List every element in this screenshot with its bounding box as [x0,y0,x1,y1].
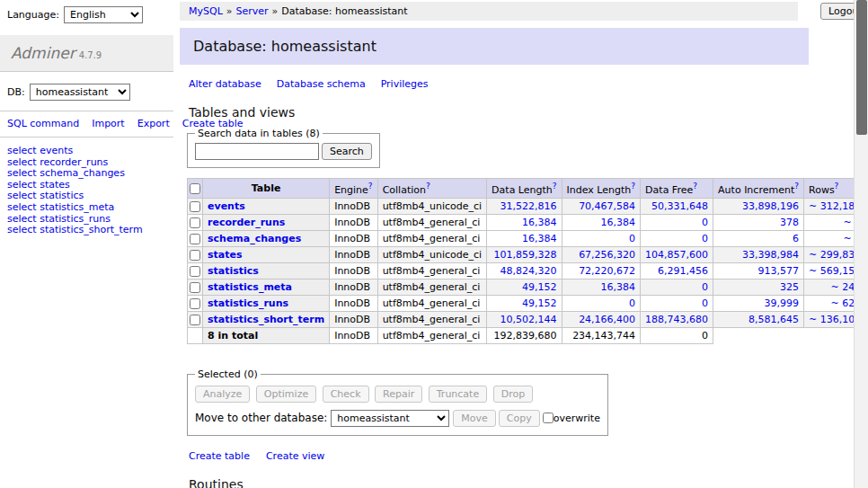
data-free-link[interactable]: 104,857,600 [645,249,708,261]
data-free-link[interactable]: 0 [702,281,708,293]
import-link[interactable]: Import [92,118,125,129]
help-link-icon[interactable]: ? [794,182,799,191]
data-free-link[interactable]: 188,743,680 [645,314,708,325]
row-checkbox[interactable] [190,315,200,325]
cell-data-free: 0 [641,214,713,230]
index-length-link[interactable]: 72,220,672 [579,265,635,277]
create-view-link[interactable]: Create view [266,450,324,462]
data-free-link[interactable]: 0 [702,297,708,309]
data-length-link[interactable]: 48,824,320 [500,265,557,277]
create-table-link-main[interactable]: Create table [189,450,250,462]
sidebar-table-link-events[interactable]: select events [7,146,166,157]
alter-database-link[interactable]: Alter database [189,78,261,90]
auto-increment-link[interactable]: 39,999 [765,297,800,309]
cell-collation: utf8mb4_unicode_ci [377,198,486,214]
data-length-link[interactable]: 10,502,144 [500,314,557,325]
help-link-icon[interactable]: ? [426,182,430,191]
auto-increment-link[interactable]: 6 [793,233,799,244]
data-free-link[interactable]: 50,331,648 [651,200,708,212]
data-length-link[interactable]: 31,522,816 [500,200,557,212]
database-schema-link[interactable]: Database schema [277,78,366,90]
row-checkbox[interactable] [190,282,200,293]
data-free-link[interactable]: 0 [702,233,708,244]
sidebar-table-link-statistics-meta[interactable]: select statistics_meta [7,202,166,214]
analyze-button[interactable]: Analyze [195,386,250,403]
row-checkbox[interactable] [190,234,200,244]
table-name-link[interactable]: statistics_meta [208,281,292,293]
breadcrumb-server-link[interactable]: Server [236,5,269,17]
select-all-checkbox[interactable] [190,183,200,194]
table-name-link[interactable]: recorder_runs [208,217,285,228]
sidebar-menu: SQL commandImportExportCreate table [0,111,173,138]
help-link-icon[interactable]: ? [835,182,839,191]
overwrite-checkbox[interactable] [543,413,554,423]
row-checkbox[interactable] [190,250,200,261]
help-link-icon[interactable]: ? [631,182,635,191]
scrollbar-thumb[interactable] [856,0,867,135]
auto-increment-link[interactable]: 8,581,645 [748,314,799,325]
optimize-button[interactable]: Optimize [256,386,316,403]
vertical-scrollbar[interactable] [854,0,868,488]
check-button[interactable]: Check [323,386,369,403]
sidebar-table-link-schema-changes[interactable]: select schema_changes [7,168,166,180]
data-free-link[interactable]: 0 [702,217,708,228]
breadcrumb-mysql-link[interactable]: MySQL [189,5,223,17]
repair-button[interactable]: Repair [375,386,422,403]
copy-button[interactable]: Copy [499,410,540,427]
table-name-link[interactable]: statistics_runs [208,297,288,309]
row-checkbox[interactable] [190,217,200,228]
data-length-link[interactable]: 16,384 [522,217,557,228]
auto-increment-link[interactable]: 33,398,984 [742,249,799,261]
auto-increment-link[interactable]: 378 [780,217,799,228]
help-link-icon[interactable]: ? [553,182,557,191]
sql-command-link[interactable]: SQL command [7,118,79,129]
search-button[interactable]: Search [322,143,372,160]
move-button[interactable]: Move [453,410,496,427]
search-fieldset: Search data in tables (8) Search [187,128,380,168]
table-name-link[interactable]: schema_changes [208,233,301,244]
db-select[interactable]: homeassistant [30,84,130,101]
cell-index-length: 0 [562,295,641,311]
cell-data-free: 104,857,600 [641,246,713,262]
cell-collation: utf8mb4_unicode_ci [377,246,486,262]
index-length-link[interactable]: 70,467,584 [579,200,635,212]
table-name-link[interactable]: events [208,200,245,212]
auto-increment-link[interactable]: 33,898,196 [742,200,799,212]
help-link-icon[interactable]: ? [368,182,373,191]
table-name-link[interactable]: statistics [208,265,259,277]
data-free-link[interactable]: 6,291,456 [658,265,708,277]
index-length-link[interactable]: 67,256,320 [579,249,635,261]
page-title: Database: homeassistant [180,28,809,65]
row-checkbox[interactable] [190,201,200,212]
language-select[interactable]: English [64,6,143,23]
index-length-link[interactable]: 16,384 [601,281,636,293]
data-length-link[interactable]: 101,859,328 [494,249,557,261]
search-input[interactable] [195,143,319,160]
data-length-link[interactable]: 16,384 [522,233,557,244]
index-length-link[interactable]: 0 [629,233,635,244]
index-length-link[interactable]: 24,166,400 [579,314,635,325]
database-nav-links: Alter databaseDatabase schemaPrivileges [189,78,819,90]
table-name-link[interactable]: states [208,249,243,261]
cell-data-free: 0 [641,279,713,295]
index-length-link[interactable]: 16,384 [601,217,636,228]
export-link[interactable]: Export [137,118,170,129]
sidebar-table-link-statistics-short-term[interactable]: select statistics_short_term [7,225,166,236]
column-header-auto-increment: Auto Increment? [713,179,804,199]
truncate-button[interactable]: Truncate [429,386,487,403]
index-length-link[interactable]: 0 [629,297,635,309]
help-link-icon[interactable]: ? [693,182,697,191]
cell-index-length: 0 [562,230,641,246]
auto-increment-link[interactable]: 325 [780,281,799,293]
row-checkbox[interactable] [190,266,200,277]
table-row: statistics_meta InnoDB utf8mb4_general_c… [188,279,868,295]
table-name-link[interactable]: statistics_short_term [208,314,324,325]
move-db-select[interactable]: homeassistant [331,410,449,427]
privileges-link[interactable]: Privileges [381,78,429,90]
drop-button[interactable]: Drop [493,386,533,403]
data-length-link[interactable]: 49,152 [522,297,557,309]
auto-increment-link[interactable]: 913,577 [758,265,800,277]
row-checkbox[interactable] [190,298,200,309]
data-length-link[interactable]: 49,152 [522,281,557,293]
cell-data-free: 0 [641,230,713,246]
